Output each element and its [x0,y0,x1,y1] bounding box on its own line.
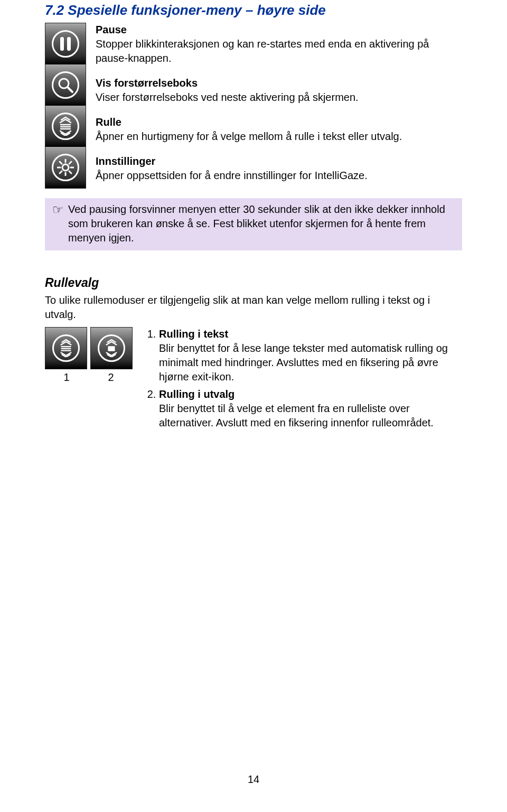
rulle-icon-2 [90,327,133,369]
menu-desc-scroll: Rulle Åpner en hurtigmeny for å velge me… [96,115,462,144]
page-number: 14 [0,773,507,786]
menu-title-pause: Pause [96,24,127,35]
menu-cell-scroll [45,106,86,147]
menu-desc-settings: Innstillinger Åpner oppsettsiden for å e… [96,154,462,183]
gear-icon [52,154,79,181]
menu-cell-magnifier [45,64,86,106]
menu-cell-pause [45,23,86,64]
svg-rect-19 [108,346,115,351]
functions-block: Pause Stopper blikkinteraksjonen og kan … [45,23,462,189]
menu-title-scroll: Rulle [96,116,121,128]
pause-icon [52,30,79,58]
menu-desc-pause: Pause Stopper blikkinteraksjonen og kan … [96,23,462,66]
section-heading: 7.2 Spesielle funksjoner-meny – høyre si… [45,0,462,18]
document-page: 7.2 Spesielle funksjoner-meny – høyre si… [0,0,507,812]
rulle-label-2: 2 [90,371,132,384]
rulle-icon-labels: 1 2 [45,371,133,384]
rulle-icon-1 [45,327,87,369]
pointing-hand-icon: ☞ [52,202,64,216]
svg-line-15 [60,171,62,173]
menu-desc-magnifier: Vis forstørrelseboks Viser forstørrelseb… [96,76,462,105]
svg-line-14 [69,162,71,164]
rullevalg-intro: To ulike rullemoduser er tilgjengelig sl… [45,293,462,322]
menu-title-magnifier: Vis forstørrelseboks [96,77,198,89]
callout-box: ☞ Ved pausing forsvinner menyen etter 30… [45,198,462,250]
svg-line-3 [68,87,72,92]
menu-title-settings: Innstillinger [96,155,155,167]
rullevalg-icons: 1 2 [45,327,133,384]
svg-line-12 [60,162,62,164]
rulle-item-2: Rulling i utvalg Blir benyttet til å vel… [159,387,462,430]
menu-cell-settings [45,147,86,188]
rullevalg-list: Rulling i tekst Blir benyttet for å lese… [144,327,462,433]
scroll-text-icon [52,113,79,140]
scroll-select-icon [98,334,125,362]
functions-descriptions: Pause Stopper blikkinteraksjonen og kan … [96,23,462,183]
svg-line-13 [69,171,71,173]
svg-point-7 [62,164,69,171]
rulle-item-1: Rulling i tekst Blir benyttet for å lese… [159,327,462,384]
magnifier-icon [52,71,79,99]
rullevalg-content: 1 2 Rulling i tekst Blir benyttet for å … [45,327,462,433]
side-menu-graphic [45,23,86,189]
svg-rect-0 [60,37,64,51]
svg-rect-1 [67,37,71,51]
rullevalg-heading: Rullevalg [45,276,462,290]
rulle-label-1: 1 [46,371,87,384]
callout-text: Ved pausing forsvinner menyen etter 30 s… [68,202,455,245]
scroll-text-icon [52,334,80,362]
